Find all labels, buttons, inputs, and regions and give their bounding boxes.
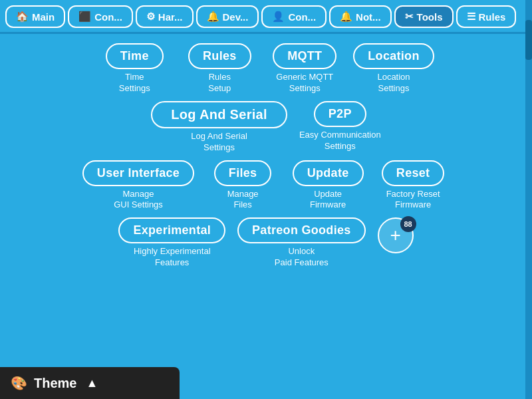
update-label: UpdateFirmware — [310, 189, 346, 211]
tools-row-3: User Interface ManageGUI Settings Files … — [13, 160, 519, 211]
main-content: Time TimeSettings Rules RulesSetup MQTT … — [0, 34, 532, 285]
time-button[interactable]: Time — [106, 43, 164, 69]
tab-dev[interactable]: 🔔 Dev... — [196, 5, 259, 28]
files-label: ManageFiles — [227, 189, 259, 211]
person-icon: 👤 — [272, 11, 285, 23]
reset-button[interactable]: Reset — [382, 160, 445, 186]
p2p-label: Easy CommunicationSettings — [299, 130, 381, 152]
tab-con1[interactable]: ⬛ Con... — [68, 5, 133, 28]
gear-icon: ⚙ — [146, 11, 155, 23]
tab-main[interactable]: 🏠 Main — [5, 5, 65, 28]
tool-p2p: P2P Easy CommunicationSettings — [299, 101, 381, 154]
top-nav: 🏠 Main ⬛ Con... ⚙ Har... 🔔 Dev... 👤 Con.… — [0, 0, 532, 28]
reset-label: Factory ResetFirmware — [386, 189, 440, 211]
theme-arrow: ▲ — [86, 376, 98, 390]
scrollbar-thumb[interactable] — [525, 20, 532, 60]
tab-not[interactable]: 🔔 Not... — [329, 5, 392, 28]
log-serial-label: Log And SerialSettings — [191, 131, 247, 154]
tool-user-interface: User Interface ManageGUI Settings — [82, 160, 194, 211]
bell-icon: 🔔 — [340, 11, 352, 23]
tool-reset: Reset Factory ResetFirmware — [376, 160, 450, 211]
tool-patreon: Patreon Goodies UnlockPaid Features — [237, 217, 366, 269]
user-interface-button[interactable]: User Interface — [82, 160, 194, 186]
tool-log-serial: Log And Serial Log And SerialSettings — [151, 101, 287, 154]
tool-rules: Rules RulesSetup — [183, 43, 256, 94]
experimental-label: Highly ExperimentalFeatures — [134, 246, 211, 269]
badge-count: 88 — [400, 216, 416, 232]
time-label: TimeSettings — [119, 72, 150, 94]
patreon-label: UnlockPaid Features — [275, 246, 329, 269]
tool-update: Update UpdateFirmware — [291, 160, 364, 211]
patreon-button[interactable]: Patreon Goodies — [237, 217, 366, 243]
plus-badge-container: + 88 — [378, 217, 414, 253]
theme-bar[interactable]: 🎨 Theme ▲ — [0, 367, 180, 399]
con1-icon: ⬛ — [78, 11, 91, 23]
rules-button[interactable]: Rules — [188, 43, 251, 69]
user-interface-label: ManageGUI Settings — [114, 189, 163, 211]
rules-icon: ☰ — [467, 11, 475, 23]
files-button[interactable]: Files — [214, 160, 272, 186]
theme-icon: 🎨 — [11, 375, 27, 391]
tab-con2[interactable]: 👤 Con... — [261, 5, 327, 28]
log-serial-button[interactable]: Log And Serial — [151, 101, 287, 128]
tool-mqtt: MQTT Generic MQTTSettings — [268, 43, 341, 94]
tools-row-1: Time TimeSettings Rules RulesSetup MQTT … — [13, 43, 519, 94]
home-icon: 🏠 — [16, 11, 29, 23]
tool-experimental: Experimental Highly ExperimentalFeatures — [118, 217, 225, 269]
tab-tools[interactable]: ✂ Tools — [394, 5, 454, 28]
p2p-button[interactable]: P2P — [314, 101, 366, 127]
tool-time: Time TimeSettings — [98, 43, 171, 94]
tab-rules[interactable]: ☰ Rules — [456, 5, 517, 28]
mqtt-label: Generic MQTTSettings — [276, 72, 333, 94]
experimental-button[interactable]: Experimental — [118, 217, 225, 243]
theme-label: Theme — [34, 376, 76, 391]
dev-icon: 🔔 — [207, 11, 219, 23]
location-label: LocationSettings — [377, 72, 410, 94]
tool-files: Files ManageFiles — [206, 160, 279, 211]
rules-label: RulesSetup — [208, 72, 231, 94]
mqtt-button[interactable]: MQTT — [273, 43, 336, 69]
tool-location: Location LocationSettings — [353, 43, 434, 94]
location-button[interactable]: Location — [353, 43, 434, 69]
update-button[interactable]: Update — [293, 160, 364, 186]
tab-hardware[interactable]: ⚙ Har... — [136, 5, 194, 28]
tools-row-4: Experimental Highly ExperimentalFeatures… — [13, 217, 519, 269]
scrollbar[interactable] — [525, 0, 532, 399]
tools-row-2: Log And Serial Log And SerialSettings P2… — [13, 101, 519, 154]
scissors-icon: ✂ — [405, 11, 414, 23]
